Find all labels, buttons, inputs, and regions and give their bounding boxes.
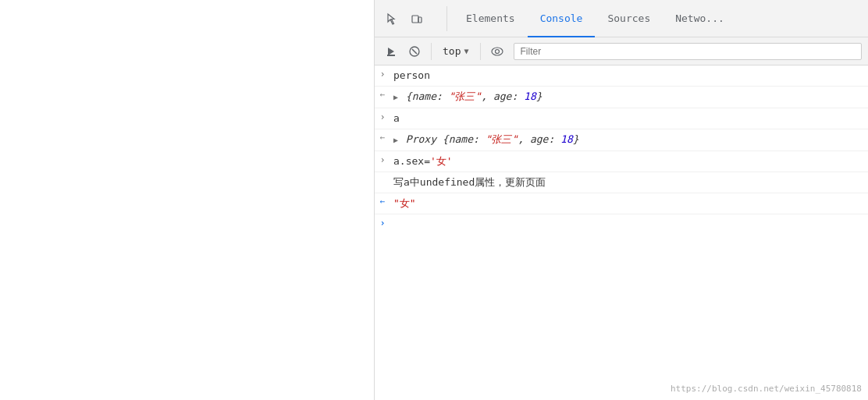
key2: age:: [493, 90, 524, 102]
key: name:: [449, 133, 486, 145]
tab-bar: Elements Console Sources Netwo...: [375, 0, 868, 37]
string-literal: '女': [430, 155, 453, 167]
tab-console[interactable]: Console: [528, 0, 596, 37]
expand-triangle[interactable]: ▶: [393, 93, 398, 101]
row-content: a: [390, 110, 868, 127]
devtools-panel: Elements Console Sources Netwo...: [375, 0, 868, 400]
row-content: 写a中undefined属性，更新页面: [390, 174, 868, 191]
prompt-arrow: ›: [375, 216, 390, 228]
tab-sources[interactable]: Sources: [595, 0, 663, 37]
comma: ,: [481, 90, 493, 102]
number-val: 18: [524, 90, 536, 102]
console-row: ← ▶ {name: "张三", age: 18}: [375, 87, 868, 108]
key2: age:: [530, 133, 560, 145]
toolbar-separator: [431, 43, 432, 60]
svg-point-7: [495, 49, 499, 53]
tab-network[interactable]: Netwo...: [663, 0, 737, 37]
comma: ,: [518, 133, 530, 145]
console-row: › a.sex='女': [375, 151, 868, 172]
chevron-down-icon: ▼: [464, 47, 468, 55]
tab-elements[interactable]: Elements: [454, 0, 528, 37]
string-result: "女": [393, 197, 416, 209]
proxy-label: Proxy: [406, 133, 443, 145]
console-output: › person ← ▶ {name: "张三", age: 18} › a ←…: [375, 65, 868, 400]
toolbar-separator-2: [480, 43, 481, 60]
output-arrow: ←: [375, 88, 390, 100]
prompt-content[interactable]: [390, 216, 868, 219]
object-brace: {: [443, 133, 449, 145]
context-label: top: [443, 45, 461, 57]
input-text: person: [393, 69, 430, 81]
string-val: "张三": [449, 90, 482, 102]
svg-line-5: [412, 49, 417, 54]
console-row: › person: [375, 65, 868, 87]
tab-separator: [446, 6, 447, 31]
row-content: person: [390, 67, 868, 84]
log-text: 写a中undefined属性，更新页面: [393, 176, 546, 188]
object-brace: {: [406, 90, 412, 102]
filter-input[interactable]: [514, 43, 862, 60]
svg-rect-3: [387, 55, 395, 56]
prompt-row: ›: [375, 214, 868, 230]
tab-bar-icons: [381, 8, 428, 30]
svg-point-6: [492, 48, 503, 55]
live-expression-button[interactable]: [487, 41, 507, 62]
clear-console-button[interactable]: [404, 41, 425, 62]
row-content: "女": [390, 195, 868, 212]
assignment-code: a.sex=: [393, 155, 430, 167]
console-row: ← ▶ Proxy {name: "张三", age: 18}: [375, 129, 868, 151]
device-toggle-icon[interactable]: [406, 8, 428, 30]
expand-triangle[interactable]: ▶: [393, 136, 398, 144]
input-arrow: ›: [375, 110, 390, 122]
row-content: ▶ Proxy {name: "张三", age: 18}: [390, 131, 868, 149]
close-brace: }: [536, 90, 542, 102]
log-arrow: [375, 174, 390, 175]
input-text: a: [393, 112, 400, 124]
svg-marker-2: [388, 48, 394, 55]
console-row: › a: [375, 108, 868, 129]
watermark: https://blog.csdn.net/weixin_45780818: [671, 384, 862, 394]
console-row: ← "女": [375, 193, 868, 214]
svg-rect-1: [418, 17, 422, 23]
input-arrow: ›: [375, 153, 390, 165]
inspect-icon[interactable]: [381, 8, 403, 30]
string-val: "张三": [486, 133, 518, 145]
close-brace: }: [573, 133, 579, 145]
left-panel: [0, 0, 375, 400]
context-selector[interactable]: top ▼: [438, 44, 474, 58]
output-arrow: ←: [375, 195, 390, 207]
console-toolbar: top ▼: [375, 37, 868, 65]
row-content: a.sex='女': [390, 153, 868, 170]
svg-rect-0: [412, 16, 418, 23]
output-arrow: ←: [375, 131, 390, 143]
preserve-log-button[interactable]: [381, 41, 401, 62]
console-row: 写a中undefined属性，更新页面: [375, 172, 868, 193]
key: name:: [412, 90, 449, 102]
row-content: ▶ {name: "张三", age: 18}: [390, 88, 868, 106]
input-arrow: ›: [375, 67, 390, 80]
number-val: 18: [560, 133, 573, 145]
